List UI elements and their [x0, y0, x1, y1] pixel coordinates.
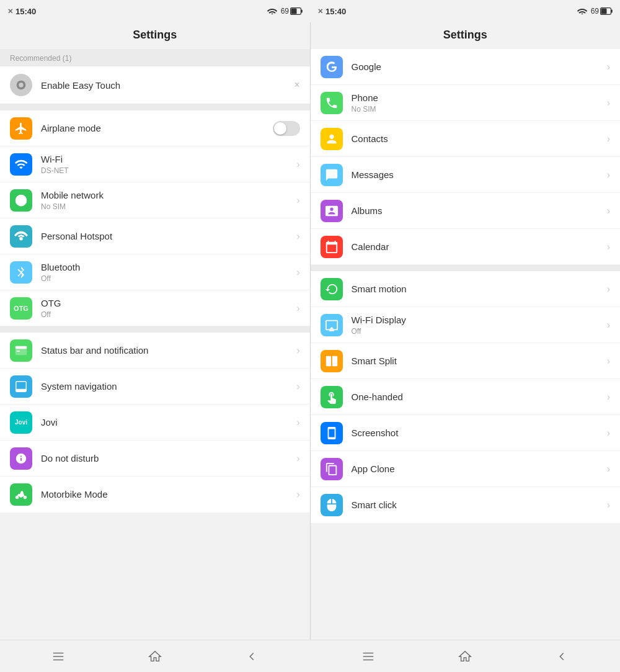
- setting-item-google[interactable]: Google ›: [311, 49, 621, 85]
- screenshot-chevron: ›: [607, 428, 610, 439]
- setting-item-otg[interactable]: OTG OTG Off ›: [0, 290, 310, 326]
- right-menu-btn[interactable]: [360, 648, 377, 665]
- right-back-btn[interactable]: [553, 648, 570, 665]
- setting-item-appclone[interactable]: App Clone ›: [311, 451, 621, 487]
- contacts-name: Contacts: [352, 133, 598, 145]
- recommended-item[interactable]: Enable Easy Touch ×: [0, 66, 310, 104]
- screenshot-icon: [321, 422, 343, 444]
- setting-item-smartclick[interactable]: Smart click ›: [311, 487, 621, 523]
- onehanded-icon: [321, 386, 343, 408]
- setting-item-albums[interactable]: Albums ›: [311, 193, 621, 229]
- right-settings-list: Google › Phone No SIM ›: [311, 49, 621, 640]
- setting-item-calendar[interactable]: Calendar ›: [311, 229, 621, 265]
- onehanded-chevron: ›: [607, 392, 610, 403]
- airplane-name: Airplane mode: [41, 122, 264, 135]
- dnd-chevron: ›: [296, 453, 299, 464]
- albums-chevron: ›: [607, 205, 610, 217]
- motorbike-icon: [10, 483, 32, 506]
- wifi-icon: [10, 153, 32, 176]
- setting-item-bluetooth[interactable]: Bluetooth Off ›: [0, 254, 310, 290]
- airplane-icon: [10, 117, 32, 140]
- right-panel-title: Settings: [443, 29, 487, 41]
- wifidisplay-name: Wi-Fi Display: [352, 314, 598, 326]
- jovi-chevron: ›: [296, 417, 299, 428]
- right-home-btn[interactable]: [456, 648, 474, 665]
- left-settings-list: Recommended (1) Enable Easy Touch × Airp…: [0, 49, 310, 640]
- motorbike-name: Motorbike Mode: [41, 488, 288, 501]
- setting-item-smartsplit[interactable]: Smart Split ›: [311, 343, 621, 379]
- status-bars: ✕ 15:40 69 ✕ 15:40 69: [0, 0, 620, 22]
- left-bottom-nav: [0, 640, 310, 672]
- messages-icon: [321, 164, 343, 186]
- albums-text: Albums: [352, 205, 598, 217]
- google-chevron: ›: [607, 61, 610, 73]
- right-section-divider: [311, 265, 621, 271]
- navigation-icon: [10, 375, 32, 398]
- screenshot-name: Screenshot: [352, 427, 598, 439]
- smartmotion-text: Smart motion: [352, 283, 598, 295]
- jovi-name: Jovi: [41, 416, 288, 429]
- left-panel: Settings Recommended (1) Enable Easy Tou…: [0, 22, 310, 640]
- messages-text: Messages: [352, 169, 598, 181]
- calendar-text: Calendar: [352, 241, 598, 253]
- otg-name: OTG: [41, 297, 288, 310]
- setting-item-contacts[interactable]: Contacts ›: [311, 121, 621, 157]
- left-status-bar: ✕ 15:40 69: [0, 0, 310, 22]
- left-battery: 69: [281, 7, 303, 16]
- bluetooth-chevron: ›: [296, 267, 299, 278]
- setting-item-statusbar[interactable]: Status bar and notification ›: [0, 333, 310, 369]
- otg-icon: OTG: [10, 297, 32, 320]
- otg-sub: Off: [41, 310, 288, 319]
- hotspot-name: Personal Hotspot: [41, 230, 288, 243]
- airplane-toggle[interactable]: [273, 121, 300, 136]
- google-name: Google: [352, 61, 598, 73]
- hotspot-icon: [10, 225, 32, 248]
- left-menu-btn[interactable]: [50, 648, 67, 665]
- navigation-name: System navigation: [41, 380, 288, 393]
- right-status-icons: 69: [577, 6, 613, 17]
- setting-item-dnd[interactable]: Do not disturb ›: [0, 441, 310, 477]
- otg-chevron: ›: [296, 303, 299, 314]
- wifi-sub: DS-NET: [41, 166, 288, 175]
- navigation-text: System navigation: [41, 380, 288, 393]
- left-home-btn[interactable]: [146, 648, 164, 665]
- right-wifi-icon: [577, 6, 587, 17]
- setting-item-onehanded[interactable]: One-handed ›: [311, 379, 621, 415]
- svg-rect-16: [326, 356, 330, 366]
- setting-item-phone[interactable]: Phone No SIM ›: [311, 85, 621, 121]
- main-panels: Settings Recommended (1) Enable Easy Tou…: [0, 22, 620, 640]
- setting-item-smartmotion[interactable]: Smart motion ›: [311, 271, 621, 307]
- svg-rect-13: [16, 388, 27, 392]
- smartmotion-icon: [321, 278, 343, 300]
- recommended-label: Recommended (1): [10, 54, 300, 63]
- setting-item-motorbike[interactable]: Motorbike Mode ›: [0, 477, 310, 513]
- setting-item-hotspot[interactable]: Personal Hotspot ›: [0, 218, 310, 254]
- left-status-icons: 69: [267, 6, 303, 16]
- jovi-icon: Jovi: [10, 411, 32, 434]
- easy-touch-label: Enable Easy Touch: [41, 80, 285, 91]
- section-divider-1: [0, 104, 310, 110]
- setting-item-messages[interactable]: Messages ›: [311, 157, 621, 193]
- setting-item-airplane[interactable]: Airplane mode: [0, 110, 310, 146]
- recommended-close-btn[interactable]: ×: [294, 79, 299, 91]
- phone-icon: [321, 92, 343, 114]
- right-panel-header: Settings: [311, 22, 621, 49]
- setting-item-screenshot[interactable]: Screenshot ›: [311, 415, 621, 451]
- dnd-text: Do not disturb: [41, 452, 288, 465]
- setting-item-navigation[interactable]: System navigation ›: [0, 369, 310, 405]
- appclone-text: App Clone: [352, 463, 598, 475]
- statusbar-name: Status bar and notification: [41, 344, 288, 357]
- section-divider-2: [0, 326, 310, 333]
- appclone-icon: [321, 458, 343, 480]
- hotspot-chevron: ›: [296, 231, 299, 242]
- setting-item-wifidisplay[interactable]: Wi-Fi Display Off ›: [311, 307, 621, 343]
- phone-chevron: ›: [607, 97, 610, 109]
- smartclick-name: Smart click: [352, 499, 598, 511]
- phone-name: Phone: [352, 92, 598, 104]
- setting-item-jovi[interactable]: Jovi Jovi ›: [0, 405, 310, 441]
- setting-item-mobile[interactable]: Mobile network No SIM ›: [0, 182, 310, 218]
- setting-item-wifi[interactable]: Wi-Fi DS-NET ›: [0, 146, 310, 182]
- left-back-btn[interactable]: [243, 648, 260, 665]
- phone-text: Phone No SIM: [352, 92, 598, 114]
- svg-rect-4: [611, 10, 613, 13]
